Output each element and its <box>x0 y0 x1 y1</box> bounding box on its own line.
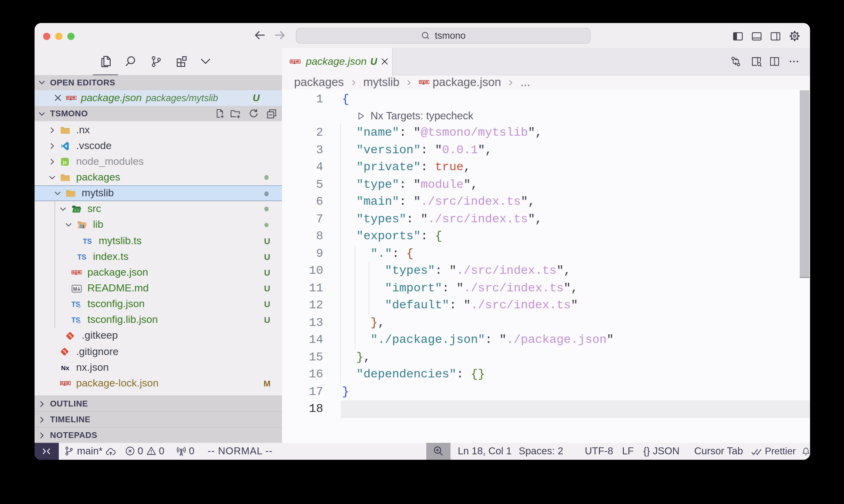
svg-text:TS: TS <box>83 237 92 245</box>
svg-text:TS: TS <box>77 253 86 261</box>
svg-text:Nx: Nx <box>61 364 69 371</box>
svg-text:M: M <box>73 286 77 291</box>
svg-text:js: js <box>63 160 67 164</box>
